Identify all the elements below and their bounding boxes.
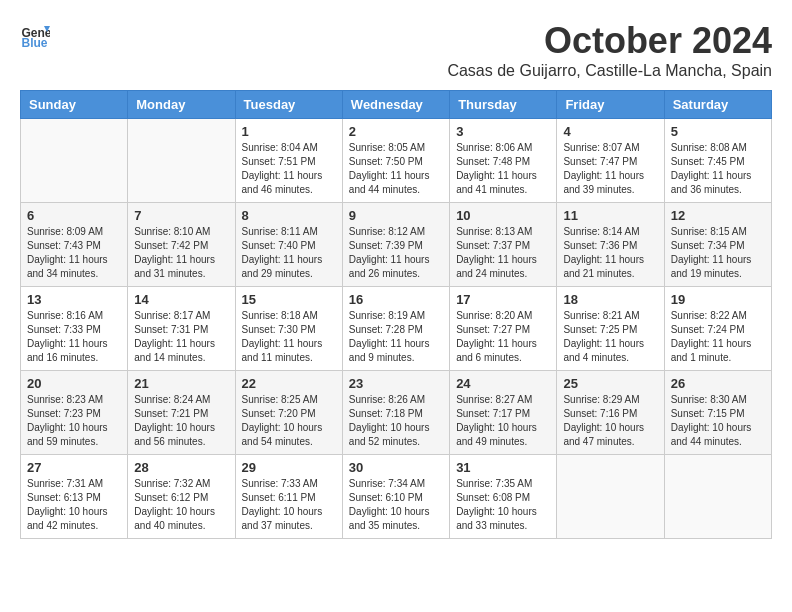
day-number: 23 xyxy=(349,376,443,391)
weekday-header-saturday: Saturday xyxy=(664,91,771,119)
calendar-cell: 16Sunrise: 8:19 AM Sunset: 7:28 PM Dayli… xyxy=(342,287,449,371)
day-number: 15 xyxy=(242,292,336,307)
day-detail: Sunrise: 8:30 AM Sunset: 7:15 PM Dayligh… xyxy=(671,393,765,449)
calendar-cell: 9Sunrise: 8:12 AM Sunset: 7:39 PM Daylig… xyxy=(342,203,449,287)
day-detail: Sunrise: 8:08 AM Sunset: 7:45 PM Dayligh… xyxy=(671,141,765,197)
day-number: 29 xyxy=(242,460,336,475)
calendar-cell: 22Sunrise: 8:25 AM Sunset: 7:20 PM Dayli… xyxy=(235,371,342,455)
day-detail: Sunrise: 8:14 AM Sunset: 7:36 PM Dayligh… xyxy=(563,225,657,281)
calendar-cell: 28Sunrise: 7:32 AM Sunset: 6:12 PM Dayli… xyxy=(128,455,235,539)
calendar-week-row: 27Sunrise: 7:31 AM Sunset: 6:13 PM Dayli… xyxy=(21,455,772,539)
day-number: 5 xyxy=(671,124,765,139)
day-number: 14 xyxy=(134,292,228,307)
day-number: 11 xyxy=(563,208,657,223)
month-year-title: October 2024 xyxy=(447,20,772,62)
calendar-cell: 7Sunrise: 8:10 AM Sunset: 7:42 PM Daylig… xyxy=(128,203,235,287)
day-detail: Sunrise: 8:20 AM Sunset: 7:27 PM Dayligh… xyxy=(456,309,550,365)
day-detail: Sunrise: 8:06 AM Sunset: 7:48 PM Dayligh… xyxy=(456,141,550,197)
day-detail: Sunrise: 8:12 AM Sunset: 7:39 PM Dayligh… xyxy=(349,225,443,281)
day-number: 21 xyxy=(134,376,228,391)
day-detail: Sunrise: 8:11 AM Sunset: 7:40 PM Dayligh… xyxy=(242,225,336,281)
weekday-header-tuesday: Tuesday xyxy=(235,91,342,119)
day-number: 17 xyxy=(456,292,550,307)
weekday-header-friday: Friday xyxy=(557,91,664,119)
day-number: 1 xyxy=(242,124,336,139)
day-detail: Sunrise: 8:10 AM Sunset: 7:42 PM Dayligh… xyxy=(134,225,228,281)
day-number: 4 xyxy=(563,124,657,139)
weekday-header-row: SundayMondayTuesdayWednesdayThursdayFrid… xyxy=(21,91,772,119)
weekday-header-sunday: Sunday xyxy=(21,91,128,119)
calendar-week-row: 6Sunrise: 8:09 AM Sunset: 7:43 PM Daylig… xyxy=(21,203,772,287)
calendar-week-row: 13Sunrise: 8:16 AM Sunset: 7:33 PM Dayli… xyxy=(21,287,772,371)
day-number: 8 xyxy=(242,208,336,223)
day-number: 28 xyxy=(134,460,228,475)
day-detail: Sunrise: 8:17 AM Sunset: 7:31 PM Dayligh… xyxy=(134,309,228,365)
day-number: 18 xyxy=(563,292,657,307)
calendar-cell xyxy=(664,455,771,539)
calendar-week-row: 1Sunrise: 8:04 AM Sunset: 7:51 PM Daylig… xyxy=(21,119,772,203)
day-detail: Sunrise: 8:04 AM Sunset: 7:51 PM Dayligh… xyxy=(242,141,336,197)
calendar-cell: 31Sunrise: 7:35 AM Sunset: 6:08 PM Dayli… xyxy=(450,455,557,539)
day-number: 2 xyxy=(349,124,443,139)
calendar-cell: 8Sunrise: 8:11 AM Sunset: 7:40 PM Daylig… xyxy=(235,203,342,287)
day-detail: Sunrise: 8:15 AM Sunset: 7:34 PM Dayligh… xyxy=(671,225,765,281)
logo: General Blue xyxy=(20,20,50,50)
calendar-cell xyxy=(557,455,664,539)
day-detail: Sunrise: 8:09 AM Sunset: 7:43 PM Dayligh… xyxy=(27,225,121,281)
day-detail: Sunrise: 8:21 AM Sunset: 7:25 PM Dayligh… xyxy=(563,309,657,365)
calendar-cell: 23Sunrise: 8:26 AM Sunset: 7:18 PM Dayli… xyxy=(342,371,449,455)
day-number: 24 xyxy=(456,376,550,391)
calendar-cell: 14Sunrise: 8:17 AM Sunset: 7:31 PM Dayli… xyxy=(128,287,235,371)
day-number: 31 xyxy=(456,460,550,475)
calendar-cell xyxy=(21,119,128,203)
day-number: 12 xyxy=(671,208,765,223)
day-number: 19 xyxy=(671,292,765,307)
calendar-cell: 30Sunrise: 7:34 AM Sunset: 6:10 PM Dayli… xyxy=(342,455,449,539)
calendar-week-row: 20Sunrise: 8:23 AM Sunset: 7:23 PM Dayli… xyxy=(21,371,772,455)
day-number: 6 xyxy=(27,208,121,223)
weekday-header-wednesday: Wednesday xyxy=(342,91,449,119)
calendar-cell: 15Sunrise: 8:18 AM Sunset: 7:30 PM Dayli… xyxy=(235,287,342,371)
day-number: 9 xyxy=(349,208,443,223)
calendar-cell: 11Sunrise: 8:14 AM Sunset: 7:36 PM Dayli… xyxy=(557,203,664,287)
day-detail: Sunrise: 7:34 AM Sunset: 6:10 PM Dayligh… xyxy=(349,477,443,533)
day-detail: Sunrise: 8:05 AM Sunset: 7:50 PM Dayligh… xyxy=(349,141,443,197)
calendar-cell: 21Sunrise: 8:24 AM Sunset: 7:21 PM Dayli… xyxy=(128,371,235,455)
day-detail: Sunrise: 8:24 AM Sunset: 7:21 PM Dayligh… xyxy=(134,393,228,449)
weekday-header-thursday: Thursday xyxy=(450,91,557,119)
day-number: 25 xyxy=(563,376,657,391)
day-number: 16 xyxy=(349,292,443,307)
calendar-cell: 10Sunrise: 8:13 AM Sunset: 7:37 PM Dayli… xyxy=(450,203,557,287)
day-detail: Sunrise: 8:27 AM Sunset: 7:17 PM Dayligh… xyxy=(456,393,550,449)
day-number: 26 xyxy=(671,376,765,391)
calendar-cell: 1Sunrise: 8:04 AM Sunset: 7:51 PM Daylig… xyxy=(235,119,342,203)
calendar-cell: 29Sunrise: 7:33 AM Sunset: 6:11 PM Dayli… xyxy=(235,455,342,539)
day-detail: Sunrise: 8:23 AM Sunset: 7:23 PM Dayligh… xyxy=(27,393,121,449)
calendar-cell: 24Sunrise: 8:27 AM Sunset: 7:17 PM Dayli… xyxy=(450,371,557,455)
day-number: 3 xyxy=(456,124,550,139)
day-detail: Sunrise: 7:35 AM Sunset: 6:08 PM Dayligh… xyxy=(456,477,550,533)
calendar-cell: 20Sunrise: 8:23 AM Sunset: 7:23 PM Dayli… xyxy=(21,371,128,455)
calendar-table: SundayMondayTuesdayWednesdayThursdayFrid… xyxy=(20,90,772,539)
calendar-cell: 17Sunrise: 8:20 AM Sunset: 7:27 PM Dayli… xyxy=(450,287,557,371)
calendar-cell: 13Sunrise: 8:16 AM Sunset: 7:33 PM Dayli… xyxy=(21,287,128,371)
calendar-cell: 3Sunrise: 8:06 AM Sunset: 7:48 PM Daylig… xyxy=(450,119,557,203)
weekday-header-monday: Monday xyxy=(128,91,235,119)
day-number: 10 xyxy=(456,208,550,223)
day-detail: Sunrise: 8:16 AM Sunset: 7:33 PM Dayligh… xyxy=(27,309,121,365)
calendar-cell: 5Sunrise: 8:08 AM Sunset: 7:45 PM Daylig… xyxy=(664,119,771,203)
calendar-cell: 6Sunrise: 8:09 AM Sunset: 7:43 PM Daylig… xyxy=(21,203,128,287)
day-detail: Sunrise: 8:26 AM Sunset: 7:18 PM Dayligh… xyxy=(349,393,443,449)
day-number: 30 xyxy=(349,460,443,475)
day-detail: Sunrise: 8:29 AM Sunset: 7:16 PM Dayligh… xyxy=(563,393,657,449)
calendar-cell: 26Sunrise: 8:30 AM Sunset: 7:15 PM Dayli… xyxy=(664,371,771,455)
day-number: 20 xyxy=(27,376,121,391)
calendar-cell: 4Sunrise: 8:07 AM Sunset: 7:47 PM Daylig… xyxy=(557,119,664,203)
page-header: General Blue October 2024 Casas de Guija… xyxy=(20,20,772,80)
svg-text:Blue: Blue xyxy=(22,36,48,50)
calendar-cell: 27Sunrise: 7:31 AM Sunset: 6:13 PM Dayli… xyxy=(21,455,128,539)
day-number: 13 xyxy=(27,292,121,307)
logo-icon: General Blue xyxy=(20,20,50,50)
day-detail: Sunrise: 8:07 AM Sunset: 7:47 PM Dayligh… xyxy=(563,141,657,197)
day-number: 7 xyxy=(134,208,228,223)
